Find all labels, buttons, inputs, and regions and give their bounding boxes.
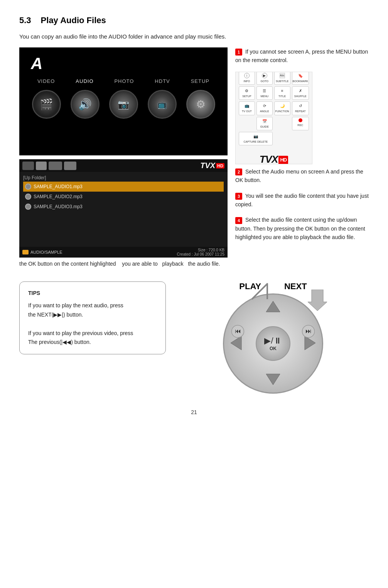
screen-b: TVX HD [Up Folder] SAMPLE_AUDIO1.mp3 SAM… [19, 159, 228, 258]
file-item-2[interactable]: SAMPLE_AUDIO2.mp3 [23, 192, 224, 202]
step-1-text: If you cannot see screen A, press the ME… [235, 49, 368, 63]
video-icon: 🎬 [32, 90, 61, 119]
tips-line1: If you want to play the next audio, pres… [28, 301, 157, 310]
ok-button[interactable]: ▶/⏸ OK [256, 326, 290, 361]
caption-text: the OK button on the content highlighted… [19, 259, 228, 268]
caption-middle: you are able to [122, 261, 158, 267]
intro-text: You can copy an audio file into the AUDI… [19, 33, 369, 40]
rb-function: 🌙 FUNCTION [274, 101, 290, 115]
page-number: 21 [19, 409, 369, 415]
step-3-text: You will see the audio file content that… [235, 193, 369, 207]
tvx-logo: TVX [200, 161, 215, 170]
file-name-1: SAMPLE_AUDIO1.mp3 [34, 184, 83, 189]
remote-control-diagram: i INFO ▶ GOTO Abc SUBTITLE 🔖 BOOKMARK ⚙ [235, 72, 312, 164]
screen-b-topbar: TVX HD [19, 159, 228, 172]
file-icon-1 [25, 184, 31, 190]
svg-marker-1 [266, 301, 280, 312]
file-info: Size : 720.0 KB Created : Jul 06 2007 11… [177, 248, 224, 256]
file-item-3[interactable]: SAMPLE_AUDIO3.mp3 [23, 202, 224, 212]
step-2: 2 Select the Audio menu on screen A and … [235, 167, 369, 185]
folder-path-text: AUDIO/SAMPLE [30, 250, 62, 254]
file-name-3: SAMPLE_AUDIO3.mp3 [34, 204, 83, 209]
menu-video: VIDEO [37, 78, 55, 84]
file-icon-3 [25, 204, 31, 210]
file-list: [Up Folder] SAMPLE_AUDIO1.mp3 SAMPLE_AUD… [19, 172, 228, 214]
rb-shuffle: ✗ SHUFFLE [292, 86, 309, 100]
play-next-labels: PLAY NEXT [239, 281, 307, 291]
section-header: 5.3 Play Audio Files [19, 15, 369, 25]
svg-marker-0 [308, 290, 327, 311]
tips-box: TIPS If you want to play the next audio,… [19, 281, 166, 354]
tb-icon4 [64, 162, 76, 170]
section-number: 5.3 [19, 15, 31, 25]
remote-buttons-grid: i INFO ▶ GOTO Abc SUBTITLE 🔖 BOOKMARK ⚙ [236, 72, 312, 148]
rb-repeat: ↺ REPEAT [292, 101, 309, 115]
right-column: 1 If you cannot see screen A, press the … [235, 47, 369, 274]
audio-icon: 🔊 [71, 90, 100, 119]
tb-icon2 [36, 162, 47, 170]
play-down-arrow [308, 290, 327, 312]
down-button[interactable] [265, 373, 281, 387]
rb-tvout: 📺 TV OUT [239, 101, 255, 115]
rb-bookmark: 🔖 BOOKMARK [292, 72, 309, 85]
step-1-badge: 1 [235, 49, 242, 56]
file-created: Created : Jul 06 2007 11:25 [177, 252, 224, 256]
rb-angle: ⟳ ANGLE [256, 101, 273, 115]
rb-capture: 📷 CAPTURE DELETE [239, 132, 273, 145]
bottom-section: TIPS If you want to play the next audio,… [19, 281, 369, 394]
file-item-1[interactable]: SAMPLE_AUDIO1.mp3 [23, 182, 224, 192]
folder-icon [22, 250, 29, 254]
tips-line5: The previous(|◀◀) button. [28, 338, 157, 347]
left-column: A VIDEO AUDIO PHOTO HDTV SETUP 🎬 🔊 📷 📺 ⚙ [19, 47, 228, 274]
screen-a: A VIDEO AUDIO PHOTO HDTV SETUP 🎬 🔊 📷 📺 ⚙ [19, 47, 228, 155]
svg-text:⏮: ⏮ [235, 328, 241, 334]
step-2-text: Select the Audio menu on screen A and pr… [235, 168, 363, 183]
screen-a-label: A [31, 54, 42, 73]
rb-menu: ☰ MENU [256, 86, 273, 100]
menu-audio: AUDIO [76, 78, 93, 84]
tb-icon3 [49, 162, 62, 170]
step-4-text: Select the audio file content using the … [235, 217, 365, 240]
step-4-badge: 4 [235, 217, 242, 224]
tvx-brand-remote: TVXHD [260, 152, 288, 164]
tb-icon1 [22, 162, 34, 170]
tips-title: TIPS [28, 289, 157, 298]
up-button[interactable] [265, 300, 281, 314]
rb-goto: ▶ GOTO [256, 72, 273, 85]
rb-setup: ⚙ SETUP [239, 86, 255, 100]
menu-icons-row: 🎬 🔊 📷 📺 ⚙ [19, 90, 228, 119]
next-label: NEXT [284, 281, 307, 291]
up-folder: [Up Folder] [23, 174, 224, 182]
file-icon-2 [25, 194, 31, 200]
tips-line2: the NEXT(▶▶|) button. [28, 310, 157, 320]
file-name-2: SAMPLE_AUDIO2.mp3 [34, 194, 83, 199]
step-3: 3 You will see the audio file content th… [235, 192, 369, 209]
rb-rec: REC [292, 117, 309, 130]
hd-badge-screen: HD [216, 163, 224, 168]
menu-setup: SETUP [191, 78, 209, 84]
caption-prefix: the OK button on the content highlighted [19, 261, 116, 267]
file-size: Size : 720.0 KB [177, 248, 224, 252]
svg-text:⏭: ⏭ [305, 328, 312, 334]
ok-label: OK [270, 346, 277, 351]
rb-title: ≡ TITLE [274, 86, 290, 100]
skip-prev-button[interactable]: ⏮ [231, 325, 245, 339]
tvx-brand-text: TVXHD [260, 153, 288, 164]
menu-bar: VIDEO AUDIO PHOTO HDTV SETUP [19, 78, 228, 84]
rb-info: i INFO [239, 72, 255, 85]
section-title: Play Audio Files [41, 15, 106, 25]
setup-icon: ⚙ [186, 90, 215, 119]
tips-line4: If you want to play the previous video, … [28, 329, 157, 338]
rb-subtitle: Abc SUBTITLE [274, 72, 290, 85]
play-pause-icon: ▶/⏸ [264, 336, 282, 346]
photo-icon: 📷 [109, 90, 138, 119]
step-4: 4 Select the audio file content using th… [235, 216, 369, 241]
step-3-badge: 3 [235, 193, 242, 200]
tvx-logo-area: TVX HD [200, 161, 224, 170]
menu-hdtv: HDTV [155, 78, 170, 84]
screen-b-bottom: AUDIO/SAMPLE Size : 720.0 KB Created : J… [19, 247, 228, 258]
skip-next-button[interactable]: ⏭ [302, 325, 315, 339]
step-1: 1 If you cannot see screen A, press the … [235, 47, 369, 65]
main-content: A VIDEO AUDIO PHOTO HDTV SETUP 🎬 🔊 📷 📺 ⚙ [19, 47, 369, 274]
svg-marker-2 [266, 374, 280, 385]
